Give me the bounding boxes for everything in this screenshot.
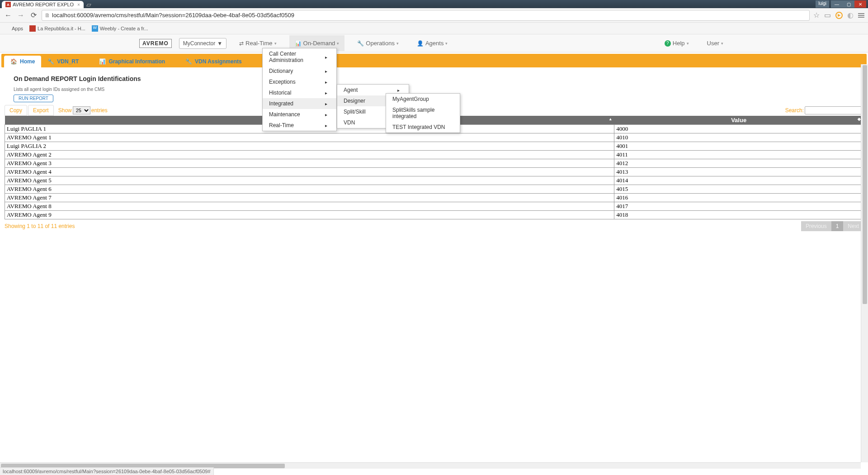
table-row[interactable]: AVREMO Agent 34012 — [5, 159, 863, 168]
column-header-value[interactable]: Value◆ — [614, 116, 863, 125]
dd-item-exceptions[interactable]: Exceptions▸ — [263, 76, 336, 87]
dd-item-dictionary[interactable]: Dictionary▸ — [263, 66, 336, 76]
user-badge[interactable]: luigi — [816, 0, 829, 8]
cell-value: 4013 — [614, 168, 863, 176]
maximize-button[interactable]: ▢ — [843, 0, 854, 8]
cell-name: AVREMO Agent 4 — [5, 168, 614, 176]
vertical-scrollbar[interactable] — [861, 64, 868, 238]
minimize-button[interactable]: — — [831, 0, 843, 8]
back-button[interactable]: ← — [4, 11, 13, 19]
close-icon[interactable]: × — [170, 58, 173, 65]
table-row[interactable]: AVREMO Agent 74016 — [5, 194, 863, 202]
chevron-right-icon: ▸ — [325, 80, 327, 85]
reload-button[interactable]: ⟳ — [29, 11, 38, 19]
wrench-icon: 🔧 — [357, 40, 364, 47]
table-row[interactable]: AVREMO Agent 24011 — [5, 151, 863, 159]
url-text: localhost:60009/avremo/cms/restful/Main?… — [52, 12, 294, 19]
cell-value: 4010 — [614, 133, 863, 142]
browser-tab-strip: A AVREMO REPORT EXPLO × ▱ — [2, 0, 91, 8]
tab-graphical-info[interactable]: 📊 Graphical Information × — [93, 56, 179, 67]
bookmark-label: La Repubblica.it - H... — [38, 26, 85, 31]
tab-strip: 🏠 Home 🔧 VDN_RT × 📊 Graphical Informatio… — [1, 54, 867, 67]
pagination: Previous 1 Next — [801, 221, 863, 231]
menu-icon[interactable] — [858, 13, 864, 18]
dd-item-integrated[interactable]: Integrated▸ — [263, 98, 336, 109]
search-input[interactable] — [805, 106, 863, 114]
play-icon[interactable]: ▶ — [835, 12, 843, 19]
page-1-button[interactable]: 1 — [831, 221, 844, 231]
table-row[interactable]: AVREMO Agent 64015 — [5, 185, 863, 194]
caret-down-icon: ▾ — [445, 41, 448, 46]
menu-help[interactable]: ? Help ▾ — [659, 35, 694, 51]
chevron-right-icon: ▸ — [325, 90, 327, 95]
table-row[interactable]: AVREMO Agent 44013 — [5, 168, 863, 176]
bookmark-star-icon[interactable]: ☆ — [813, 11, 820, 19]
caret-down-icon: ▾ — [274, 41, 277, 46]
extension-icon[interactable]: ◐ — [847, 11, 854, 19]
previous-button[interactable]: Previous — [801, 221, 831, 231]
cell-value: 4001 — [614, 142, 863, 151]
bookmarks-bar: Apps La Repubblica.it - H... W Weebly - … — [0, 23, 868, 34]
home-icon: 🏠 — [10, 58, 17, 65]
close-icon[interactable]: × — [83, 58, 86, 65]
close-icon[interactable]: × — [410, 58, 413, 65]
device-icon[interactable]: ▭ — [824, 11, 831, 19]
close-window-button[interactable]: ✕ — [854, 0, 866, 8]
bookmark-weebly[interactable]: W Weebly - Create a fr... — [92, 25, 148, 32]
tab-home[interactable]: 🏠 Home — [4, 56, 41, 67]
browser-tab[interactable]: A AVREMO REPORT EXPLO × — [2, 1, 84, 8]
forward-button[interactable]: → — [16, 11, 25, 19]
run-report-button[interactable]: RUN REPORT — [14, 95, 53, 102]
menu-agents[interactable]: 👤 Agents ▾ — [411, 35, 453, 51]
table-row[interactable]: AVREMO Agent 94018 — [5, 211, 863, 219]
apps-icon — [4, 25, 10, 32]
table-footer: Showing 1 to 11 of 11 entries Previous 1… — [5, 221, 863, 231]
table-row[interactable]: AVREMO Agent 84017 — [5, 202, 863, 211]
menu-label: Agents — [425, 40, 443, 47]
cell-name: AVREMO Agent 7 — [5, 194, 614, 202]
chevron-right-icon: ▸ — [325, 123, 327, 128]
tab-vdn-rt[interactable]: 🔧 VDN_RT × — [41, 56, 93, 67]
address-bar[interactable]: 🗎 localhost:60009/avremo/cms/restful/Mai… — [42, 10, 810, 21]
menu-label: Real-Time — [245, 40, 272, 47]
close-icon[interactable]: × — [77, 2, 80, 7]
tab-label: VDN_RT — [57, 58, 79, 65]
tab-label: Graphical Information — [108, 58, 165, 65]
wrench-icon: 🔧 — [47, 58, 54, 65]
apps-bookmark[interactable]: Apps — [4, 25, 23, 32]
dd-item-call-center-admin[interactable]: Call Center Administration▸ — [263, 48, 336, 66]
table-row[interactable]: Luigi PAGLIA 24001 — [5, 142, 863, 151]
dd-item-splitskills-sample[interactable]: SplitSkills sample integrated — [386, 104, 460, 122]
wrench-icon: 🔧 — [185, 58, 192, 65]
table-row[interactable]: AVREMO Agent 54014 — [5, 176, 863, 185]
close-icon[interactable]: × — [246, 58, 250, 65]
tab-vdn-assignments[interactable]: 🔧 VDN Assignments × — [179, 56, 256, 67]
copy-button[interactable]: Copy — [5, 105, 27, 116]
chevron-right-icon: ▸ — [325, 101, 327, 106]
connector-dropdown[interactable]: MyConnector ▼ — [179, 38, 226, 49]
menu-user[interactable]: User ▾ — [702, 35, 729, 51]
dd-item-test-integrated-vdn[interactable]: TEST Integrated VDN — [386, 122, 460, 133]
dd-item-maintenance[interactable]: Maintenance▸ — [263, 109, 336, 120]
menu-label: User — [707, 40, 719, 47]
menu-label: Help — [673, 40, 685, 47]
favicon-icon: A — [5, 2, 11, 7]
cell-value: 4012 — [614, 159, 863, 168]
show-label: Show — [58, 107, 72, 114]
export-button[interactable]: Export — [28, 105, 54, 116]
refresh-icon: ⇄ — [239, 40, 244, 47]
caret-down-icon: ▾ — [687, 41, 689, 46]
dd-item-realtime[interactable]: Real-Time▸ — [263, 120, 336, 131]
tab-identifications[interactable]: Identifications × — [364, 56, 419, 67]
table-row[interactable]: AVREMO Agent 14010 — [5, 133, 863, 142]
tab-label: Home — [20, 58, 35, 65]
bookmark-repubblica[interactable]: La Repubblica.it - H... — [29, 25, 85, 32]
dd-item-historical[interactable]: Historical▸ — [263, 87, 336, 98]
new-tab-button[interactable]: ▱ — [86, 1, 91, 8]
menu-operations[interactable]: 🔧 Operations ▾ — [352, 35, 404, 51]
page-size-select[interactable]: 25 — [73, 106, 90, 114]
dd-item-myagentgroup[interactable]: MyAgentGroup — [386, 94, 460, 104]
chevron-right-icon: ▸ — [325, 112, 327, 117]
cell-value: 4016 — [614, 194, 863, 202]
bookmark-label: Apps — [12, 26, 23, 31]
